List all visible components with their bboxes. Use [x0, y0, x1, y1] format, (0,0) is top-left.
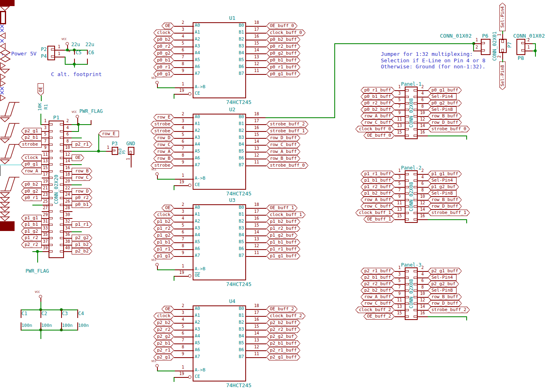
global-label[interactable]: strobe_buff_2	[428, 307, 470, 313]
global-label[interactable]: clock	[153, 30, 174, 36]
global-label[interactable]: strobe_buff_0	[428, 126, 470, 132]
global-label[interactable]: p0_b2	[21, 181, 42, 188]
global-label[interactable]: p1_g2_buf	[428, 184, 459, 190]
global-label[interactable]: row_C_buff	[361, 300, 395, 307]
global-label[interactable]: p1_r2	[21, 235, 42, 241]
global-label[interactable]: Sel-Pin4	[428, 93, 457, 100]
global-label[interactable]: p0_g1_buff	[266, 71, 300, 77]
capacitor-value[interactable]: 100n	[41, 323, 52, 328]
global-label[interactable]: p2_g1_buff	[266, 354, 300, 360]
capacitor-ref[interactable]: C4	[78, 311, 84, 316]
global-label[interactable]: p2_r1_buff	[361, 268, 395, 274]
global-label[interactable]: p2_b1	[21, 134, 42, 141]
global-label[interactable]: p2_g2_buf	[266, 333, 297, 340]
global-label[interactable]: Sel-Pin8	[499, 61, 506, 90]
global-label[interactable]: strobe	[151, 121, 174, 127]
capacitor-value[interactable]: 22u	[71, 42, 80, 47]
global-label[interactable]: clock	[153, 313, 174, 319]
global-label[interactable]: p1_b2	[72, 242, 92, 248]
global-label[interactable]: p1_b2_buff	[361, 190, 395, 197]
global-label[interactable]: p0_b2_buff	[361, 106, 395, 113]
global-label[interactable]: p0_g2_buff	[266, 50, 300, 57]
global-label[interactable]: OE	[161, 306, 174, 312]
connector-p2p4[interactable]	[47, 46, 55, 60]
global-label[interactable]: row_B_buff	[428, 113, 462, 119]
global-label[interactable]: strobe	[151, 128, 174, 134]
global-label[interactable]: row_A_buff	[361, 294, 395, 300]
global-label[interactable]: p2_r1	[72, 141, 92, 148]
global-label[interactable]: p1_g1_buff	[428, 171, 462, 177]
global-label[interactable]: row_C	[153, 142, 174, 148]
global-label[interactable]: p0_g2_buff	[428, 100, 462, 106]
global-label[interactable]: row_A	[153, 148, 174, 155]
note-jumper-line[interactable]: Otherwise: Ground (for non-1:32).	[381, 64, 485, 70]
global-label[interactable]: strobe_buff_0	[266, 162, 308, 169]
global-label[interactable]: p1_b2	[153, 218, 174, 225]
global-label[interactable]: clock_buff_2	[266, 313, 306, 319]
global-label[interactable]: p2_b1_buff	[361, 274, 395, 281]
global-label[interactable]: OE	[72, 155, 84, 161]
global-label[interactable]: p0_b2	[153, 36, 174, 43]
global-label[interactable]: p1_g2	[21, 228, 42, 235]
global-label[interactable]: Sel-Pin4	[499, 3, 506, 32]
global-label[interactable]: p0_b2_buff	[266, 36, 300, 43]
global-label[interactable]: OE_buff_1	[266, 205, 297, 211]
global-label[interactable]: row_D	[153, 135, 174, 141]
capacitor-value[interactable]: 100n	[21, 323, 32, 328]
global-label[interactable]: strobe	[18, 141, 42, 148]
global-label[interactable]: p2_b2	[153, 320, 174, 326]
global-label[interactable]: p2_r2	[21, 242, 42, 248]
global-label[interactable]: p1_g1	[21, 215, 42, 221]
global-label[interactable]: p0_b1	[153, 57, 174, 64]
global-label[interactable]: p2_g2	[153, 333, 174, 340]
global-label[interactable]: p2_g1_buff	[428, 268, 462, 274]
connector-p8[interactable]	[516, 39, 525, 55]
global-label[interactable]: row_D_buff	[428, 300, 462, 307]
global-label[interactable]: row_B	[72, 168, 92, 174]
global-label[interactable]: p2_g2_buf	[428, 281, 459, 287]
global-label[interactable]: clock	[21, 155, 42, 161]
note-jumper-line[interactable]: Selection if E-Line on Pin 4 or 8	[381, 58, 485, 64]
global-label[interactable]: p1_r1_buff	[266, 246, 300, 252]
global-label[interactable]: p0_g2	[153, 50, 174, 57]
global-label[interactable]: row_B_buff	[428, 197, 462, 203]
global-label[interactable]: p2_b2_buff	[361, 287, 395, 294]
global-label[interactable]: p1_b1_buff	[361, 177, 395, 184]
global-label[interactable]: Sel-Pin4	[428, 177, 457, 184]
global-label[interactable]: p2_g1	[21, 128, 42, 134]
global-label[interactable]: p0_r1	[21, 195, 42, 201]
global-label[interactable]: p1_r1_buff	[361, 171, 395, 177]
global-label[interactable]: p1_g1_buff	[266, 253, 300, 259]
global-label[interactable]: p0_g1	[21, 161, 42, 167]
global-label[interactable]: OE	[161, 205, 174, 211]
global-label[interactable]: strobe_buff_1	[266, 128, 308, 134]
global-label[interactable]: row_A_buff	[361, 197, 395, 203]
capacitor-ref[interactable]: C5	[76, 50, 81, 55]
capacitor-value[interactable]: 22u	[85, 42, 94, 47]
global-label[interactable]: clock_buff_2	[355, 307, 395, 313]
note-jumper-line[interactable]: Jumper for 1:32 multiplexing:	[381, 51, 473, 57]
capacitor-value[interactable]: 100n	[78, 323, 89, 328]
global-label[interactable]: p0_b1_buff	[361, 93, 395, 100]
global-label[interactable]: row_E	[153, 114, 174, 121]
global-label[interactable]: row_A	[21, 168, 42, 174]
global-label[interactable]: p1_b1	[153, 239, 174, 246]
global-label[interactable]: row_C_buff	[361, 119, 395, 126]
global-label[interactable]: p1_r1	[72, 221, 92, 228]
global-label[interactable]: row_D	[72, 188, 92, 195]
global-label[interactable]: row_A_buff	[361, 113, 395, 119]
global-label[interactable]: p2_r1	[153, 347, 174, 354]
global-label[interactable]: p0_r2_buff	[361, 100, 395, 106]
global-label[interactable]: p2_r2_buff	[361, 281, 395, 287]
global-label[interactable]: row_D_buff	[428, 203, 462, 210]
global-label[interactable]: p1_r2_buff	[266, 225, 300, 232]
global-label[interactable]: p1_b1_buff	[266, 239, 300, 246]
global-label[interactable]: clock	[153, 212, 174, 218]
capacitor-ref[interactable]: C3	[62, 311, 68, 316]
global-label[interactable]: p1_g2	[153, 232, 174, 239]
global-label[interactable]: p0_b1	[72, 201, 92, 208]
global-label[interactable]: row_B_buff	[428, 294, 462, 300]
global-label[interactable]: row_D_buff	[428, 119, 462, 126]
pwr-flag-label[interactable]: PWR_FLAG	[79, 109, 103, 114]
global-label[interactable]: Sel-Pin8	[428, 287, 457, 294]
